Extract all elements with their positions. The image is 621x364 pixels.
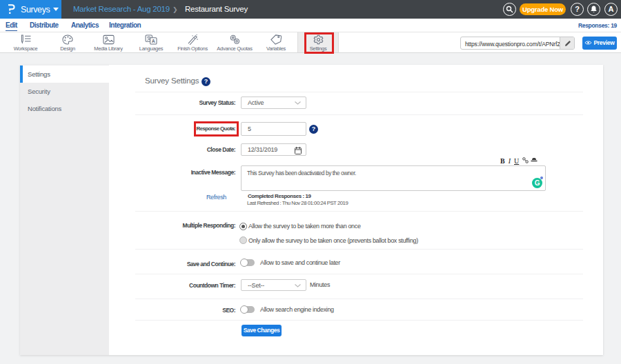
- svg-text:A: A: [152, 39, 155, 43]
